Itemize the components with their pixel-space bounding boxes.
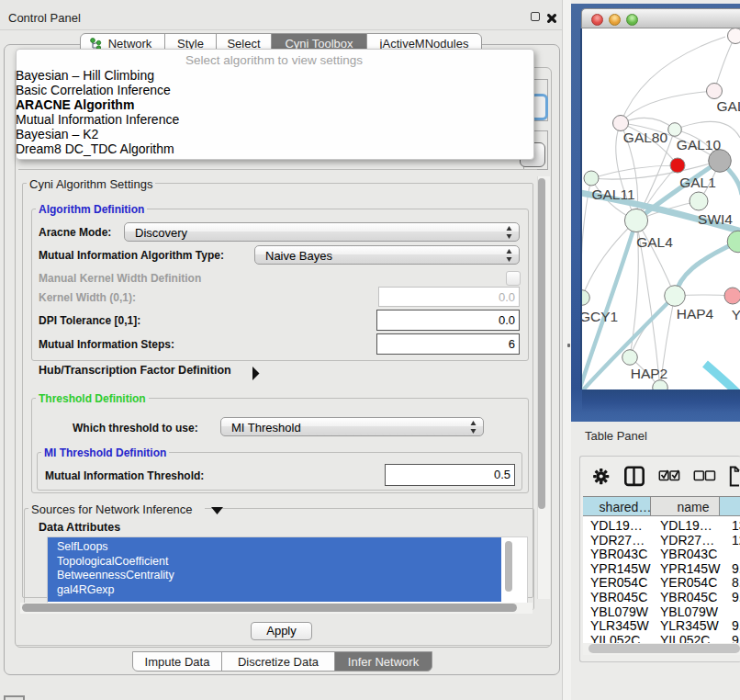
svg-text:GAL4: GAL4 (636, 234, 673, 250)
svg-text:Y: Y (732, 307, 740, 322)
svg-text:GAL11: GAL11 (591, 186, 634, 202)
svg-text:GAL: GAL (716, 98, 740, 114)
svg-text:HAP2: HAP2 (631, 366, 668, 381)
svg-text:GAL1: GAL1 (679, 175, 716, 190)
svg-text:GAL80: GAL80 (623, 130, 668, 145)
svg-text:GCY1: GCY1 (582, 309, 618, 324)
svg-text:SWI4: SWI4 (698, 211, 733, 227)
svg-text:GAL10: GAL10 (677, 137, 722, 152)
svg-text:HAP4: HAP4 (677, 306, 714, 322)
